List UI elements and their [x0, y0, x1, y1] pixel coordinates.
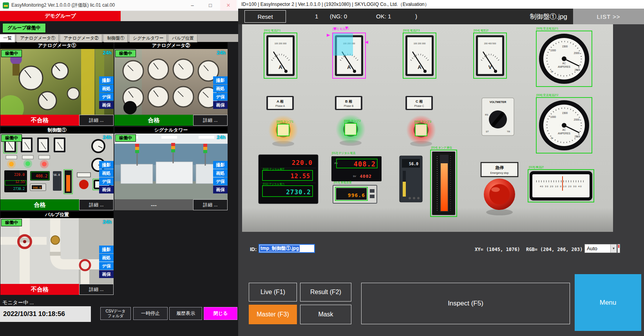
chevron-down-icon[interactable]: ▼	[610, 244, 617, 253]
detection-box-lamp-3[interactable]	[415, 124, 427, 136]
inspection-image-canvas: 100 200 300 A [001] 電流計1 100 200 300 A	[242, 24, 613, 232]
plate-jp: C 相	[416, 99, 423, 103]
panel-photo[interactable]: 稼働中 24h 撮影 画処 デ保 画保	[0, 49, 114, 115]
view-tabstrip: 一覧 アナログメータ① アナログメータ② 制御盤① シグナルタワー バルブ位置	[0, 34, 238, 42]
data-save-button[interactable]: デ保	[99, 177, 114, 185]
detail-button[interactable]: 詳細 ...	[79, 199, 114, 210]
running-badge: 稼働中	[115, 134, 136, 142]
photo-signal-tower	[114, 134, 228, 199]
gauge-label: AMPERES	[558, 132, 570, 135]
data-save-button[interactable]: デ保	[213, 177, 228, 185]
data-save-button[interactable]: デ保	[99, 262, 114, 270]
image-save-button[interactable]: 画保	[99, 101, 114, 109]
result-badge: 不合格	[0, 284, 79, 295]
panel-actions: 撮影 画処 デ保 画保	[99, 246, 114, 278]
badge-24h: 24h	[217, 134, 226, 140]
detection-label: [013] 製造温度	[334, 181, 352, 184]
tab-signal-tower[interactable]: シグナルタワー	[130, 34, 167, 42]
csv-line1: CSVデータ	[105, 309, 125, 313]
detail-button[interactable]: 詳細 ...	[79, 284, 114, 295]
image-save-button[interactable]: 画保	[99, 186, 114, 193]
process-button[interactable]: 画処	[99, 85, 114, 92]
tab-analog-meter-1[interactable]: アナログメータ①	[17, 34, 59, 42]
tab-valve-position[interactable]: バルブ位置	[169, 34, 197, 42]
tab-control-panel-1[interactable]: 制御盤①	[104, 34, 128, 42]
process-button[interactable]: 画処	[99, 169, 114, 177]
panel-photo[interactable]: 稼働中 24h 撮影 画処 デ保 画保	[0, 218, 114, 284]
detection-label: [008] ランプ2	[344, 119, 361, 123]
result-badge: 合格	[114, 115, 193, 126]
digital-value-6: 996.6	[348, 192, 365, 198]
titlebar: EasyMonitoring2 Ver.1.0.0.0 (評価版) lic.01…	[0, 0, 238, 11]
detection-label: [005] 交流電流計1	[536, 27, 559, 30]
gauge-label: AMPERES	[558, 65, 570, 68]
capture-button[interactable]: 撮影	[99, 76, 114, 84]
maximize-button[interactable]: □	[202, 0, 219, 11]
detection-box-lamp-1[interactable]	[277, 124, 289, 136]
detail-button[interactable]: 詳細 ...	[193, 199, 228, 210]
panel-ammeter-3: 100 200 300 A	[405, 35, 434, 76]
panel-title: シグナルタワー	[114, 127, 228, 134]
capture-button[interactable]: 撮影	[99, 246, 114, 253]
gauge-tick: 2500	[575, 135, 581, 138]
capture-button[interactable]: 撮影	[99, 161, 114, 169]
data-save-button[interactable]: デ保	[99, 93, 114, 101]
panel-photo[interactable]: 稼働中 24h 撮影 画処 デ保 画保	[114, 134, 228, 199]
svg-text:996.6: 996.6	[33, 186, 41, 190]
tab-list[interactable]: 一覧	[0, 34, 15, 42]
digital-value-3: 2730.2	[286, 188, 311, 196]
gauge-tick: 2500	[575, 69, 581, 71]
master-button[interactable]: Master (F3)	[249, 305, 297, 324]
menu-button[interactable]: Menu	[575, 274, 641, 331]
capture-button[interactable]: 撮影	[213, 161, 228, 169]
detail-button[interactable]: 詳細 ...	[79, 115, 114, 126]
csv-folder-button[interactable]: CSVデータフォルダ	[100, 307, 131, 320]
panel-status-row: --- 詳細 ...	[114, 199, 228, 210]
reset-button[interactable]: Reset	[244, 10, 286, 23]
detection-box-lamp-2[interactable]	[345, 123, 356, 135]
pause-button[interactable]: 一時停止	[133, 307, 168, 320]
group-running-badge: グループ稼働中	[2, 23, 46, 33]
close-app-button[interactable]: 閉じる	[204, 307, 237, 320]
image-save-button[interactable]: 画保	[213, 186, 228, 193]
detection-label: [015] 検流計	[529, 166, 544, 169]
panel-photo[interactable]: 稼働中 24h 撮影 画処 デ保 画保	[114, 49, 228, 115]
display-mode-combobox[interactable]: Auto ▼	[584, 244, 617, 253]
monitor-panel-analog-meter-1: アナログメータ①	[0, 42, 114, 126]
process-button[interactable]: 画処	[99, 254, 114, 262]
process-button[interactable]: 画処	[213, 169, 228, 177]
image-id-input[interactable]: tmp_制御盤①.jpg	[259, 244, 315, 253]
result-button[interactable]: Result (F2)	[300, 283, 351, 302]
running-badge: 稼働中	[1, 50, 22, 57]
mask-button[interactable]: Mask	[300, 305, 351, 324]
tab-analog-meter-2[interactable]: アナログメータ②	[60, 34, 102, 42]
inspect-button[interactable]: Inspect (F5)	[361, 283, 570, 324]
plate-jp: A 相	[277, 99, 284, 103]
monitor-panel-control-panel-1: 制御盤①	[0, 127, 114, 210]
meter-scale: 200 400 500	[484, 42, 496, 45]
process-button[interactable]: 画処	[213, 85, 228, 92]
image-save-button[interactable]: 画保	[213, 101, 228, 109]
live-button[interactable]: Live (F1)	[249, 283, 297, 302]
detection-label-selected: [002] 電流計2	[333, 27, 349, 31]
inspection-image[interactable]: 100 200 300 A [001] 電流計1 100 200 300 A	[242, 24, 613, 232]
group-tab-row: デモグループ	[0, 11, 238, 21]
monitor-panel-analog-meter-2: アナログメータ②	[114, 42, 228, 126]
panel-status-row: 合格 詳細 ...	[114, 115, 228, 126]
close-button[interactable]: ✕	[220, 0, 237, 11]
list-button[interactable]: LIST >>	[573, 9, 644, 24]
group-tab-demo[interactable]: デモグループ	[0, 11, 121, 21]
capture-button[interactable]: 撮影	[213, 76, 228, 84]
result-badge: 不合格	[0, 115, 79, 126]
data-save-button[interactable]: デ保	[213, 93, 228, 101]
detail-button[interactable]: 詳細 ...	[193, 115, 228, 126]
cursor-rgb-readout: RGB= (204, 206, 203)	[526, 247, 583, 252]
history-button[interactable]: 履歴表示	[169, 307, 202, 320]
combo-accent	[617, 244, 620, 253]
panel-photo[interactable]: 220.0 12.55 2730.2 408.2 996.6 56.0	[0, 134, 114, 199]
minimize-button[interactable]: –	[184, 0, 201, 11]
panel-title: 制御盤①	[0, 127, 114, 134]
image-save-button[interactable]: 画保	[99, 270, 114, 278]
bargraph-meter	[432, 152, 455, 215]
csv-line2: フォルダ	[108, 314, 124, 318]
